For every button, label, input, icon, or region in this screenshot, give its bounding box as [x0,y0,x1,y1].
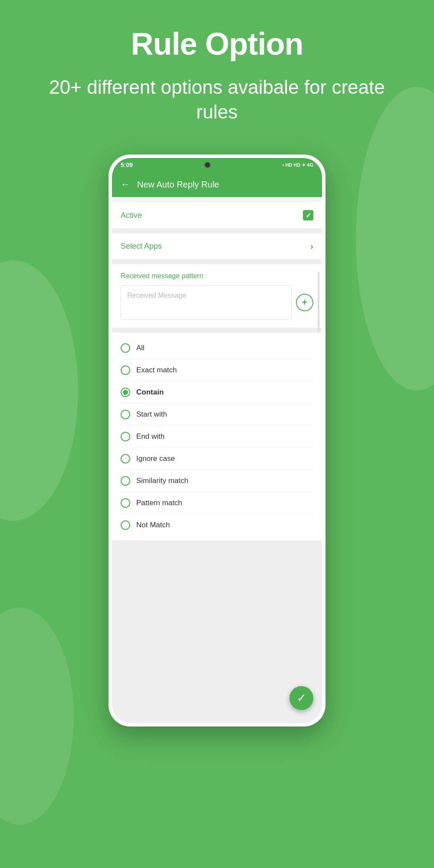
page-title: Rule Option [26,26,408,62]
status-time: 5:09 [121,161,133,168]
radio-circle-contain [121,388,130,397]
radio-label-similarity-match: Similarity match [136,477,188,485]
screen-title: New Auto Reply Rule [137,180,219,190]
radio-label-end-with: End with [136,432,164,441]
radio-options-list: AllExact matchContainStart withEnd withI… [112,333,322,540]
radio-label-ignore-case: Ignore case [136,454,175,463]
phone-mockup: 5:09 • HD HD ✦ 4G ← New Auto Reply Rule … [108,155,326,727]
radio-item-end-with[interactable]: End with [121,426,313,448]
radio-item-not-match[interactable]: Not Match [121,514,313,536]
radio-circle-end-with [121,432,130,441]
back-button[interactable]: ← [121,179,130,190]
active-label: Active [121,211,142,220]
radio-item-ignore-case[interactable]: Ignore case [121,448,313,470]
add-button[interactable]: + [296,294,313,311]
fab-check-icon: ✓ [297,691,306,705]
input-placeholder: Received Message [127,292,186,299]
radio-circle-pattern-match [121,498,130,508]
radio-item-contain[interactable]: Contain [121,381,313,404]
radio-item-start-with[interactable]: Start with [121,404,313,426]
radio-label-all: All [136,344,145,352]
radio-item-pattern-match[interactable]: Pattern match [121,492,313,514]
radio-item-similarity-match[interactable]: Similarity match [121,470,313,492]
radio-circle-ignore-case [121,454,130,464]
section-label: Received message pattern [121,272,313,280]
fab-confirm-button[interactable]: ✓ [289,686,313,710]
message-pattern-card: Received message pattern Received Messag… [112,264,322,328]
radio-label-pattern-match: Pattern match [136,499,182,507]
active-checkbox[interactable]: ✓ [303,210,313,220]
camera-dot [204,162,210,168]
radio-label-start-with: Start with [136,410,167,419]
select-apps-card[interactable]: Select Apps › [112,233,322,259]
radio-label-contain: Contain [136,388,164,397]
status-center [204,162,210,168]
select-apps-label: Select Apps [121,242,162,251]
top-bar: ← New Auto Reply Rule [112,172,322,197]
radio-circle-all [121,343,130,353]
radio-item-exact-match[interactable]: Exact match [121,359,313,381]
radio-item-all[interactable]: All [121,337,313,359]
radio-circle-not-match [121,520,130,530]
scrollbar [318,272,319,332]
received-message-input[interactable]: Received Message [121,285,292,320]
chevron-right-icon: › [310,241,313,251]
radio-circle-similarity-match [121,476,130,486]
radio-circle-exact-match [121,365,130,375]
radio-circle-start-with [121,410,130,419]
active-card: Active ✓ [112,202,322,228]
status-bar: 5:09 • HD HD ✦ 4G [112,158,322,172]
radio-label-not-match: Not Match [136,521,170,529]
page-subtitle: 20+ different options avaibale for creat… [26,75,408,124]
radio-label-exact-match: Exact match [136,366,177,375]
status-signal: • HD HD ✦ 4G [282,162,313,168]
